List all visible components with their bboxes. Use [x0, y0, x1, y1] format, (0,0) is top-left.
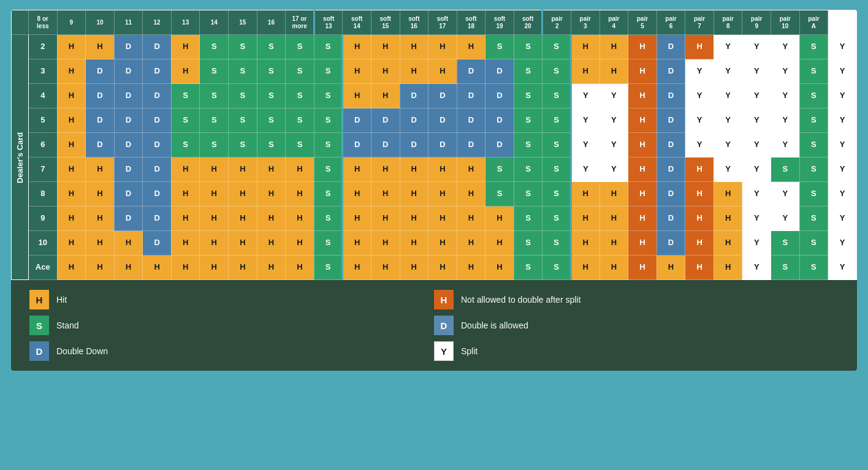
col-header-c9: 17 ormore: [286, 10, 314, 35]
col-header-c13: soft16: [400, 10, 428, 35]
legend-label: Double is allowed: [461, 320, 528, 330]
col-header-c19: pair3: [571, 10, 600, 35]
cell-r1-c10: H: [343, 59, 371, 84]
cell-r9-c7: H: [257, 256, 286, 280]
cell-r3-c24: Y: [742, 108, 771, 133]
cell-r7-c14: H: [457, 207, 485, 231]
col-header-c26: pair10: [771, 10, 800, 35]
cell-r8-c26: S: [799, 231, 828, 256]
legend-box: H: [434, 290, 454, 309]
cell-r6-c19: H: [600, 182, 628, 207]
cell-r5-c19: Y: [600, 157, 628, 182]
cell-r9-c4: H: [171, 256, 200, 280]
cell-r9-c26: S: [799, 256, 828, 280]
cell-r3-c4: S: [171, 108, 200, 133]
cell-r4-c23: Y: [714, 133, 742, 157]
cell-r6-c4: H: [171, 182, 200, 207]
cell-r3-c19: Y: [600, 108, 628, 133]
cell-r2-c0: H: [57, 84, 86, 108]
cell-r5-c11: H: [371, 157, 400, 182]
cell-r6-c13: H: [428, 182, 457, 207]
cell-r4-c25: Y: [771, 133, 800, 157]
cell-r3-c22: Y: [685, 108, 714, 133]
strategy-chart: 8 orless91011121314151617 ormoresoft13so…: [11, 10, 857, 280]
cell-r8-c0: H: [57, 231, 86, 256]
cell-r6-c20: H: [628, 182, 657, 207]
cell-r5-c10: H: [343, 157, 371, 182]
cell-r7-c2: D: [114, 207, 143, 231]
cell-r8-c9: S: [314, 231, 343, 256]
cell-r4-c16: S: [514, 133, 542, 157]
cell-r6-c10: H: [343, 182, 371, 207]
legend-item: HHit: [29, 290, 434, 309]
table-row: AceHHHHHHHHHSHHHHHHSSHHHHHHYSSY: [12, 256, 857, 280]
legend-label: Split: [461, 346, 478, 356]
legend-label: Hit: [56, 295, 67, 305]
cell-r7-c6: H: [229, 207, 257, 231]
cell-r8-c1: H: [86, 231, 115, 256]
cell-r2-c17: S: [542, 84, 571, 108]
cell-r0-c1: H: [86, 35, 115, 59]
cell-r2-c15: D: [485, 84, 514, 108]
cell-r7-c13: H: [428, 207, 457, 231]
cell-r7-c17: S: [542, 207, 571, 231]
cell-r2-c24: Y: [742, 84, 771, 108]
cell-r9-c0: H: [57, 256, 86, 280]
cell-r8-c4: H: [171, 231, 200, 256]
cell-r1-c27: Y: [828, 59, 857, 84]
cell-r4-c20: H: [628, 133, 657, 157]
legend-box: H: [29, 290, 49, 309]
cell-r8-c11: H: [371, 231, 400, 256]
col-header-c2: 10: [86, 10, 115, 35]
cell-r0-c14: H: [457, 35, 485, 59]
cell-r2-c2: D: [114, 84, 143, 108]
cell-r1-c16: S: [514, 59, 542, 84]
cell-r3-c13: D: [428, 108, 457, 133]
cell-r6-c3: D: [143, 182, 172, 207]
cell-r2-c9: S: [314, 84, 343, 108]
cell-r7-c0: H: [57, 207, 86, 231]
cell-r8-c13: H: [428, 231, 457, 256]
cell-r8-c6: H: [229, 231, 257, 256]
cell-r1-c14: D: [457, 59, 485, 84]
cell-r5-c26: S: [799, 157, 828, 182]
cell-r3-c0: H: [57, 108, 86, 133]
col-header-c20: pair4: [600, 10, 628, 35]
cell-r4-c0: H: [57, 133, 86, 157]
cell-r9-c20: H: [628, 256, 657, 280]
cell-r9-c12: H: [400, 256, 428, 280]
cell-r1-c5: S: [200, 59, 229, 84]
cell-r0-c16: S: [514, 35, 542, 59]
cell-r2-c23: Y: [714, 84, 742, 108]
cell-r9-c19: H: [600, 256, 628, 280]
cell-r6-c18: H: [571, 182, 600, 207]
cell-r5-c6: H: [229, 157, 257, 182]
cell-r7-c1: H: [86, 207, 115, 231]
cell-r1-c6: S: [229, 59, 257, 84]
table-row: Dealer's Card2HHDDHSSSSSHHHHHSSSHHHDHYYY…: [12, 35, 857, 59]
cell-r1-c4: H: [171, 59, 200, 84]
cell-r2-c10: H: [343, 84, 371, 108]
cell-r6-c6: H: [229, 182, 257, 207]
cell-r1-c18: H: [571, 59, 600, 84]
dealer-card-label: 3: [29, 59, 58, 84]
cell-r2-c16: S: [514, 84, 542, 108]
col-header-c16: soft19: [485, 10, 514, 35]
cell-r9-c15: H: [485, 256, 514, 280]
cell-r5-c12: H: [400, 157, 428, 182]
cell-r8-c21: D: [657, 231, 685, 256]
cell-r7-c7: H: [257, 207, 286, 231]
cell-r2-c19: Y: [600, 84, 628, 108]
cell-r9-c21: H: [657, 256, 685, 280]
cell-r8-c7: H: [257, 231, 286, 256]
cell-r2-c1: D: [86, 84, 115, 108]
cell-r5-c23: Y: [714, 157, 742, 182]
cell-r7-c5: H: [200, 207, 229, 231]
cell-r9-c16: S: [514, 256, 542, 280]
cell-r3-c26: S: [799, 108, 828, 133]
cell-r4-c24: Y: [742, 133, 771, 157]
cell-r1-c8: S: [286, 59, 314, 84]
cell-r1-c15: D: [485, 59, 514, 84]
col-header-c11: soft14: [343, 10, 371, 35]
cell-r2-c4: S: [171, 84, 200, 108]
